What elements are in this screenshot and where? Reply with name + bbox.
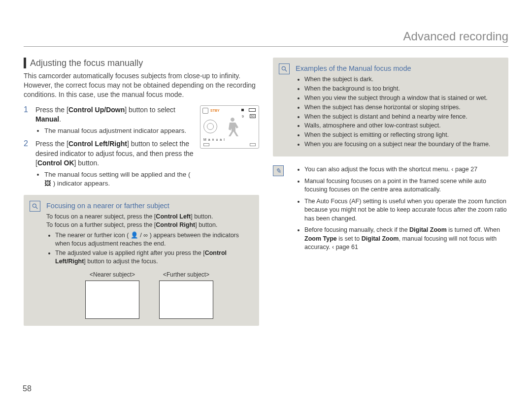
svg-point-0	[33, 204, 36, 208]
step-number: 1	[24, 105, 31, 135]
bottom-left-icon	[203, 143, 209, 146]
bottom-right-icon	[250, 143, 256, 146]
examples-bullet: When the subject has dense horizontal or…	[304, 103, 501, 112]
person-silhouette-icon	[223, 116, 242, 139]
note-bullet: Before focusing manually, check if the D…	[304, 226, 508, 252]
examples-bullet: When you view the subject through a wind…	[304, 94, 501, 102]
note-icon: ✎	[273, 165, 284, 176]
panel-title: Focusing on a nearer or farther subject	[46, 201, 252, 210]
note-bullet: The Auto Focus (AF) setting is useful wh…	[304, 197, 508, 223]
panel-bullet: The nearer or further icon ( 👤 / ∞ ) app…	[55, 231, 252, 248]
nearer-caption: <Nearer subject>	[85, 271, 139, 279]
battery-icon	[249, 108, 256, 112]
step-number: 2	[24, 139, 31, 188]
magnify-icon	[30, 201, 40, 212]
examples-bullet: When the subject is emitting or reflecti…	[304, 131, 501, 139]
page-title: Advanced recording	[24, 30, 508, 47]
step-body: Press the [Control Up/Down] button to se…	[35, 105, 196, 135]
intro-paragraph: This camcorder automatically focuses sub…	[24, 71, 259, 99]
nearer-thumb	[85, 281, 139, 319]
lcd-screen-illustration: STBY 9 SD M a n u a l	[200, 105, 259, 149]
examples-bullet: When the subject is dark.	[304, 75, 501, 84]
thumb-row: <Nearer subject> <Further subject>	[46, 271, 252, 319]
sd-icon: SD	[250, 114, 256, 118]
examples-title: Examples of the Manual focus mode	[296, 63, 501, 72]
stby-label: STBY	[210, 109, 220, 112]
rec-icon	[241, 109, 244, 111]
examples-bullet: When the subject is distant and behind a…	[304, 113, 501, 121]
examples-bullet: Walls, atmosphere and other low-contrast…	[304, 122, 501, 130]
further-thumb-col: <Further subject>	[159, 271, 213, 319]
examples-bullet: When you are focusing on a subject near …	[304, 140, 501, 149]
section-title: Adjusting the focus manually	[30, 58, 143, 68]
focus-nearer-farther-panel: Focusing on a nearer or farther subject …	[24, 195, 259, 325]
nearer-thumb-col: <Nearer subject>	[85, 271, 139, 319]
panel-bullet: The adjusted value is applied right afte…	[55, 249, 252, 266]
further-caption: <Further subject>	[159, 271, 213, 279]
manual-label: M a n u a l	[203, 138, 225, 141]
notes-body: You can also adjust the focus with the s…	[296, 165, 508, 252]
home-icon	[202, 108, 208, 114]
step-bullet: The manual focus setting will be applied…	[44, 170, 196, 188]
page-number: 58	[23, 384, 32, 393]
further-thumb	[159, 281, 213, 319]
svg-point-2	[282, 66, 285, 70]
panel-body: To focus on a nearer subject, press the …	[46, 213, 252, 318]
dial-icon	[203, 120, 217, 133]
svg-line-1	[36, 207, 38, 209]
svg-line-3	[285, 70, 287, 72]
panel-line-1: To focus on a nearer subject, press the …	[46, 213, 252, 221]
magnify-icon	[279, 63, 290, 74]
note-bullet: You can also adjust the focus with the s…	[304, 165, 508, 174]
note-bullet: Manual focusing focuses on a point in th…	[304, 177, 508, 194]
right-column: Examples of the Manual focus mode When t…	[273, 58, 508, 326]
notes-panel: ✎ You can also adjust the focus with the…	[273, 165, 508, 252]
step-row: 2Press the [Control Left/Right] button t…	[24, 139, 196, 188]
section-title-bar: Adjusting the focus manually	[24, 58, 259, 68]
panel-line-2: To focus on a further subject, press the…	[46, 221, 252, 229]
step-bullet: The manual focus adjustment indicator ap…	[44, 126, 196, 135]
examples-body: When the subject is dark.When the backgr…	[296, 75, 501, 149]
step-row: 1Press the [Control Up/Down] button to s…	[24, 105, 196, 135]
left-column: Adjusting the focus manually This camcor…	[24, 58, 259, 326]
examples-bullet: When the background is too bright.	[304, 85, 501, 93]
content-columns: Adjusting the focus manually This camcor…	[24, 58, 508, 326]
step-body: Press the [Control Left/Right] button to…	[35, 139, 196, 188]
examples-panel: Examples of the Manual focus mode When t…	[273, 58, 508, 156]
